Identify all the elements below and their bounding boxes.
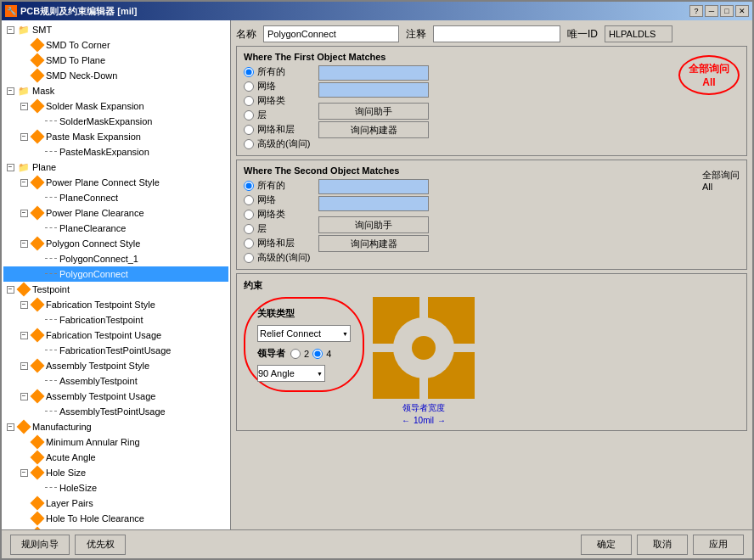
- tree-item-pasteMaskExp[interactable]: PasteMaskExpansion: [3, 144, 228, 160]
- second-radio-adv[interactable]: 高级的(询问): [244, 251, 312, 264]
- tree-item-layer-pairs[interactable]: Layer Pairs: [3, 496, 228, 511]
- expander-ppc[interactable]: −: [17, 176, 31, 189]
- first-radio-all-input[interactable]: [244, 67, 254, 77]
- apply-button[interactable]: 应用: [693, 535, 744, 555]
- tree-item-mask[interactable]: − 📁 Mask: [3, 83, 228, 98]
- tree-item-polygonConnect1[interactable]: PolygonConnect_1: [3, 251, 228, 266]
- tree-item-min-annular[interactable]: Minimum Annular Ring: [3, 434, 228, 450]
- note-input[interactable]: [433, 25, 560, 42]
- tree-item-polygon-connect[interactable]: − Polygon Connect Style: [3, 236, 228, 251]
- second-radio-netlayer-input[interactable]: [244, 238, 254, 249]
- second-query-helper-btn[interactable]: 询问助手: [318, 216, 429, 233]
- conductor-radio-2[interactable]: [290, 349, 301, 359]
- tree-item-fab-testpoint-style[interactable]: − Fabrication Testpoint Style: [3, 297, 228, 312]
- tree-item-asm-testpoint-style[interactable]: − Assembly Testpoint Style: [3, 358, 228, 373]
- priority-button[interactable]: 优先权: [75, 535, 126, 555]
- tree-item-fabTestpointUsage[interactable]: FabricationTestPointUsage: [3, 343, 228, 358]
- expander-fts[interactable]: −: [17, 298, 31, 311]
- first-drop-1[interactable]: [318, 65, 429, 81]
- tree-item-power-plane-clearance[interactable]: − Power Plane Clearance: [3, 205, 228, 221]
- tree-item-paste-mask-exp[interactable]: − Paste Mask Expansion: [3, 129, 228, 144]
- minimize-button[interactable]: ─: [705, 5, 718, 17]
- tree-item-fab-testpoint-usage[interactable]: − Fabrication Testpoint Usage: [3, 328, 228, 343]
- conductor-radio-4[interactable]: [312, 349, 323, 359]
- first-radio-layer[interactable]: 层: [244, 109, 312, 121]
- first-radio-adv[interactable]: 高级的(询问): [244, 137, 312, 150]
- second-radio-layer-input[interactable]: [244, 224, 254, 234]
- cancel-button[interactable]: 取消: [637, 535, 688, 555]
- first-radio-layer-input[interactable]: [244, 110, 254, 120]
- second-query-builder-btn[interactable]: 询问构建器: [318, 235, 429, 252]
- tree-item-polygonConnect[interactable]: PolygonConnect: [3, 266, 228, 282]
- tree-item-solderMaskExp[interactable]: SolderMaskExpansion: [3, 114, 228, 129]
- expander-ftu[interactable]: −: [17, 328, 31, 342]
- first-radio-net-input[interactable]: [244, 81, 254, 92]
- expander-pgc[interactable]: −: [17, 237, 31, 250]
- first-radio-netclass[interactable]: 网络类: [244, 94, 312, 107]
- first-radio-netlayer-input[interactable]: [244, 125, 254, 135]
- expander-smt[interactable]: −: [3, 23, 17, 36]
- confirm-button[interactable]: 确定: [581, 535, 632, 555]
- second-radio-netclass-input[interactable]: [244, 210, 254, 220]
- tree-item-smd-neck[interactable]: SMD Neck-Down: [3, 68, 228, 83]
- expander-plane[interactable]: −: [3, 160, 17, 174]
- second-drop-2[interactable]: [318, 196, 429, 211]
- expander-paste-mask[interactable]: −: [17, 130, 31, 143]
- second-radio-net[interactable]: 网络: [244, 193, 312, 206]
- tree-item-holeSize[interactable]: HoleSize: [3, 480, 228, 496]
- connect-type-select[interactable]: Relief Connect Direct Connect No Connect: [257, 325, 351, 342]
- tree-item-manufacturing[interactable]: − Manufacturing: [3, 419, 228, 434]
- help-button[interactable]: ?: [689, 5, 703, 17]
- rule-wizard-button[interactable]: 规则向导: [10, 535, 70, 555]
- tree-item-fabTestpoint[interactable]: FabricationTestpoint: [3, 312, 228, 328]
- expander-mask[interactable]: −: [3, 84, 17, 98]
- expander-hole-size[interactable]: −: [17, 466, 31, 479]
- tree-item-solder-mask-exp[interactable]: − Solder Mask Expansion: [3, 98, 228, 114]
- second-radio-net-input[interactable]: [244, 195, 254, 205]
- id-input[interactable]: [605, 25, 672, 42]
- tree-item-planeConnect[interactable]: PlaneConnect: [3, 190, 228, 205]
- first-radio-all[interactable]: 所有的: [244, 65, 312, 78]
- tree-item-asm-testpoint-usage[interactable]: − Assembly Testpoint Usage: [3, 389, 228, 404]
- tree-item-hole-clearance[interactable]: Hole To Hole Clearance: [3, 511, 228, 526]
- tree-item-hole-size[interactable]: − Hole Size: [3, 465, 228, 480]
- expander-atu[interactable]: −: [17, 389, 31, 403]
- tree-item-planeClearance[interactable]: PlaneClearance: [3, 221, 228, 236]
- tree-container[interactable]: − 📁 SMT SMD To Corner SMD To Plane: [2, 20, 230, 529]
- expander-mfg[interactable]: −: [3, 420, 17, 434]
- first-query-helper-btn[interactable]: 询问助手: [318, 103, 429, 120]
- tree-item-smd-plane[interactable]: SMD To Plane: [3, 53, 228, 68]
- tree-item-testpoint[interactable]: − Testpoint: [3, 282, 228, 297]
- angle-select-wrapper[interactable]: 90 Angle 45 Angle Any Angle: [257, 365, 325, 382]
- tree-item-plane[interactable]: − 📁 Plane: [3, 160, 228, 175]
- expander-solder-mask[interactable]: −: [17, 99, 31, 113]
- first-radio-netlayer[interactable]: 网络和层: [244, 123, 312, 136]
- first-drop-2[interactable]: [318, 82, 429, 98]
- second-radio-adv-input[interactable]: [244, 253, 254, 263]
- second-drop-1[interactable]: [318, 179, 429, 194]
- second-radio-netclass[interactable]: 网络类: [244, 208, 312, 221]
- tree-item-asmTestpoint[interactable]: AssemblyTestpoint: [3, 373, 228, 389]
- tree-item-power-plane-connect[interactable]: − Power Plane Connect Style: [3, 175, 228, 190]
- expander-testpoint[interactable]: −: [3, 283, 17, 296]
- tree-item-smt[interactable]: − 📁 SMT: [3, 22, 228, 37]
- expander-ats[interactable]: −: [17, 359, 31, 372]
- tree-item-asmTestpointUsage[interactable]: AssemblyTestPointUsage: [3, 404, 228, 419]
- second-radio-all-input[interactable]: [244, 181, 254, 191]
- first-radio-net[interactable]: 网络: [244, 80, 312, 92]
- tree-item-acute-angle[interactable]: Acute Angle: [3, 450, 228, 465]
- conductor-row: 领导者 2 4: [257, 347, 351, 360]
- tree-item-smd-corner[interactable]: SMD To Corner: [3, 37, 228, 53]
- second-radio-netlayer[interactable]: 网络和层: [244, 237, 312, 249]
- second-radio-layer[interactable]: 层: [244, 222, 312, 235]
- second-radio-all[interactable]: 所有的: [244, 179, 312, 192]
- angle-select[interactable]: 90 Angle 45 Angle Any Angle: [257, 365, 325, 382]
- close-button[interactable]: ✕: [735, 5, 749, 17]
- first-radio-adv-input[interactable]: [244, 139, 254, 149]
- expander-ppclr[interactable]: −: [17, 206, 31, 220]
- maximize-button[interactable]: □: [720, 5, 734, 17]
- first-query-builder-btn[interactable]: 询问构建器: [318, 121, 429, 138]
- name-input[interactable]: [263, 25, 399, 42]
- first-radio-netclass-input[interactable]: [244, 96, 254, 106]
- connect-type-select-wrapper[interactable]: Relief Connect Direct Connect No Connect: [257, 325, 351, 342]
